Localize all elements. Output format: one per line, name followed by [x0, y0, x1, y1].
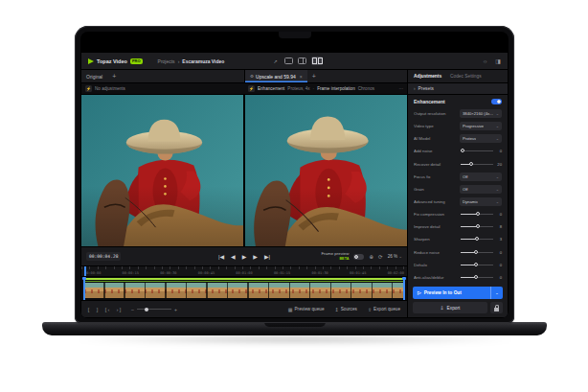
ruler-tick-label: 00:01:45	[350, 271, 366, 275]
sources-button[interactable]: ↥ Sources	[335, 307, 357, 312]
adjustment-slider[interactable]	[461, 252, 493, 253]
slider-knob[interactable]	[475, 237, 479, 241]
zoom-out-icon[interactable]: –	[131, 307, 134, 312]
pan-icon[interactable]: ⊕	[369, 254, 373, 260]
split-view-icon[interactable]	[298, 58, 306, 64]
adjustment-select[interactable]: Off ⌄	[460, 173, 502, 181]
adjustments-bolt-icon[interactable]: ⚡	[85, 85, 92, 92]
previous-frame-button[interactable]: ◀	[231, 253, 236, 260]
adjustment-row: Fix compression ⌄ 0	[414, 208, 502, 220]
slider-knob[interactable]	[469, 162, 473, 166]
set-out-button[interactable]: ]	[96, 307, 99, 312]
adjustment-select[interactable]: 3840×2160 (4x… ⌄	[460, 109, 502, 118]
tab-adjustments[interactable]: Adjustments	[414, 74, 441, 79]
right-tab-half: ⚙ Upscale and 59.94 × +	[244, 70, 407, 82]
lock-button[interactable]	[490, 302, 503, 313]
adjustment-slider[interactable]	[461, 164, 493, 165]
panel-toggle-icon[interactable]: ◨	[495, 58, 501, 64]
skip-to-out-button[interactable]: ▶|	[264, 253, 270, 260]
adjustments-bolt-icon[interactable]: ⚡	[248, 85, 255, 92]
adjustment-slider[interactable]	[461, 214, 493, 215]
frame-interpolation-label: Frame interpolation	[317, 86, 355, 91]
adjustment-label: Sharpen	[414, 237, 461, 242]
adjustment-row: Focus fix Off ⌄	[414, 171, 502, 183]
tab-codec-settings[interactable]: Codec Settings	[450, 74, 482, 79]
pane-info-row: ⚡ No adjustments ⚡ Enhancement Proteus, …	[81, 83, 407, 95]
adjustment-select[interactable]: Proteus ⌄	[460, 134, 502, 143]
breadcrumb-root[interactable]: Projects	[158, 58, 175, 64]
adjustment-label: AI Model	[414, 136, 460, 141]
filmstrip-thumbnails[interactable]	[84, 283, 404, 298]
add-tab-button[interactable]: +	[307, 73, 321, 80]
viewer-zoom-select[interactable]: 26 % ⌄	[388, 254, 402, 259]
adjustment-label: Recover detail	[414, 162, 461, 167]
adjustment-select[interactable]: Dynamic ⌄	[460, 197, 502, 206]
add-tab-button[interactable]: +	[107, 73, 121, 80]
skip-to-in-button[interactable]: |◀	[218, 253, 224, 260]
enhancement-toggle[interactable]	[491, 99, 502, 104]
chevron-down-icon: ⌄	[496, 174, 499, 179]
no-adjustments-label: No adjustments	[95, 86, 125, 91]
slider-knob[interactable]	[474, 250, 478, 254]
more-icon[interactable]: ⋯	[398, 86, 403, 91]
out-point-pin[interactable]	[403, 277, 405, 300]
adjustment-slider[interactable]	[461, 150, 493, 151]
select-value: Proteus	[463, 136, 476, 141]
slider-value: 0	[493, 250, 502, 255]
preview-in-to-out-button[interactable]: ▷ Preview In to Out ⌄	[413, 287, 503, 299]
adjustment-slider[interactable]	[461, 277, 493, 278]
breadcrumb: Projects › Escaramuza Video	[158, 58, 225, 64]
playhead[interactable]	[84, 266, 86, 276]
adjustment-label: Fix compression	[414, 212, 461, 217]
zoom-slider-knob[interactable]	[145, 308, 148, 311]
original-video-pane[interactable]	[81, 95, 243, 246]
adjustment-select[interactable]: Progressive ⌄	[460, 122, 502, 130]
adjustment-slider[interactable]	[461, 239, 493, 240]
slider-value: 0	[493, 275, 502, 280]
select-value: 3840×2160 (4x…	[463, 111, 493, 116]
ruler-tick-label: 00:02:00	[388, 271, 404, 275]
preview-options-caret[interactable]: ⌄	[490, 287, 503, 299]
zoom-in-icon[interactable]: +	[174, 307, 177, 312]
adjustment-slider[interactable]	[461, 265, 493, 265]
tab-upscale[interactable]: ⚙ Upscale and 59.94 ×	[245, 70, 307, 82]
in-point-pin[interactable]	[83, 277, 85, 300]
slider-knob[interactable]	[474, 275, 478, 279]
app-name: Topaz Video	[97, 58, 127, 64]
render-progress-bar	[84, 278, 404, 280]
loop-icon[interactable]: ⟳	[378, 254, 383, 260]
timeline-zoom-slider[interactable]: – +	[131, 307, 177, 312]
slider-knob[interactable]	[476, 224, 480, 228]
goto-in-button[interactable]: [‹	[104, 307, 110, 312]
export-queue-button[interactable]: ⇧ Export queue	[368, 307, 400, 312]
set-in-button[interactable]: [	[87, 307, 90, 312]
next-frame-button[interactable]: ▶	[253, 253, 258, 260]
export-row: ⇩ Export	[413, 302, 503, 313]
tab-original[interactable]: Original	[81, 70, 107, 82]
share-icon[interactable]: ↗	[271, 58, 280, 64]
adjustment-select[interactable]: Off ⌄	[460, 185, 502, 194]
preview-video-pane[interactable]	[245, 95, 407, 246]
goto-out-button[interactable]: ›]	[116, 307, 122, 312]
settings-icon[interactable]: ☼	[483, 58, 488, 64]
ruler-tick-label: 00:00:45	[198, 271, 215, 275]
frame-preview-toggle[interactable]	[353, 254, 364, 260]
single-view-icon[interactable]	[284, 58, 293, 64]
timeline-ruler[interactable]: 00:00:0000:00:1500:00:3000:00:4500:01:00…	[81, 265, 407, 276]
preview-queue-button[interactable]: ▦ Preview queue	[288, 307, 325, 312]
adjustment-row: Advanced tuning Dynamic ⌄	[414, 196, 502, 208]
adjustment-label: Anti-alias/deblur	[414, 275, 461, 280]
slider-knob[interactable]	[474, 263, 478, 266]
export-button[interactable]: ⇩ Export	[413, 302, 487, 313]
chevron-down-icon: ⌄	[496, 124, 499, 128]
adjustment-slider[interactable]	[461, 226, 493, 227]
slider-knob[interactable]	[461, 149, 464, 152]
presets-section[interactable]: › Presets	[408, 83, 508, 95]
timeline-strip[interactable]	[81, 276, 407, 300]
side-by-side-view-icon[interactable]	[311, 57, 323, 65]
select-value: Dynamic	[463, 199, 478, 204]
close-tab-icon[interactable]: ×	[300, 74, 303, 80]
slider-knob[interactable]	[476, 212, 480, 216]
play-button[interactable]: ▶	[242, 253, 247, 260]
adjustment-label: Add noise	[414, 149, 461, 153]
